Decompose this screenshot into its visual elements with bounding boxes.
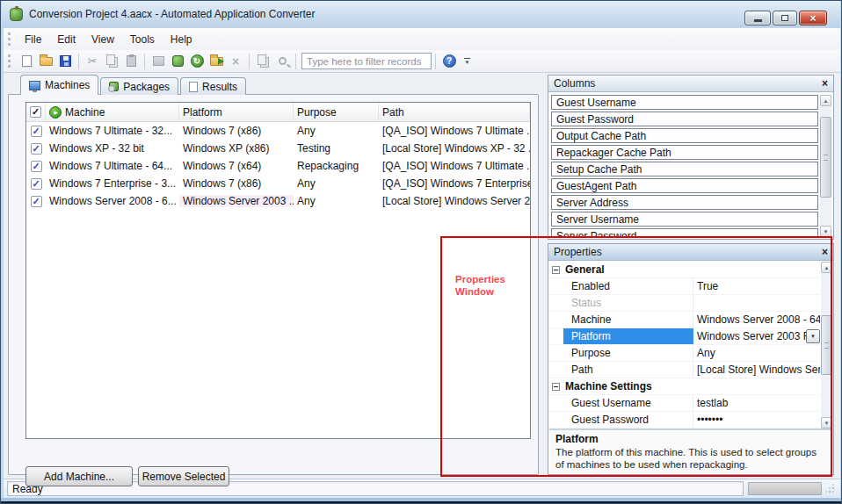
dropdown-button[interactable]: ▼ — [806, 329, 820, 343]
property-row-guest-username[interactable]: Guest Username testlab — [549, 395, 820, 412]
scroll-thumb[interactable] — [821, 315, 832, 375]
menu-file[interactable]: File — [17, 30, 49, 49]
column-header-machine[interactable]: ▶ Machine — [46, 103, 179, 121]
cell-machine[interactable]: Windows 7 Enterprise - 3... — [46, 177, 179, 190]
property-row-purpose[interactable]: Purpose Any — [549, 345, 820, 362]
property-value-combo[interactable]: Windows Server 2003 R ▼ — [693, 328, 820, 344]
select-all-checkbox[interactable]: ✓ — [30, 106, 41, 118]
property-name[interactable]: Enabled — [563, 278, 693, 294]
cell-purpose[interactable]: Testing — [294, 142, 379, 155]
paste-icon[interactable] — [121, 53, 141, 70]
category-row-general[interactable]: General — [549, 262, 820, 278]
tab-results[interactable]: Results — [180, 77, 246, 95]
cell-platform[interactable]: Windows 7 (x86) — [179, 125, 294, 137]
preview-icon[interactable] — [272, 53, 292, 70]
list-item[interactable]: Guest Username — [551, 95, 818, 110]
list-item[interactable]: Repackager Cache Path — [551, 145, 818, 160]
property-row-path[interactable]: Path [Local Store] Windows Ser — [549, 362, 820, 378]
scroll-down-icon[interactable]: ▼ — [821, 417, 832, 428]
cell-path[interactable]: [QA_ISO] Windows 7 Ultimate ... — [379, 125, 530, 137]
column-header-platform[interactable]: Platform — [179, 103, 294, 121]
toolbar-overflow-button[interactable]: ▼ — [464, 58, 470, 65]
cell-platform[interactable]: Windows 7 (x64) — [179, 160, 294, 172]
cell-machine[interactable]: Windows XP - 32 bit — [46, 142, 179, 155]
property-name-selected[interactable]: Platform — [563, 328, 693, 344]
stop-icon[interactable]: × — [226, 53, 245, 70]
table-row[interactable]: ✓ Windows 7 Enterprise - 3... Windows 7 … — [26, 175, 530, 192]
category-row-machine-settings[interactable]: Machine Settings — [549, 378, 820, 395]
menu-edit[interactable]: Edit — [49, 30, 83, 49]
list-item[interactable]: Server Password — [551, 228, 818, 237]
property-name[interactable]: Path — [563, 362, 693, 378]
property-name[interactable]: Purpose — [563, 345, 693, 361]
cell-purpose[interactable]: Any — [294, 195, 379, 207]
property-row-machine[interactable]: Machine Windows Server 2008 - 64 — [549, 312, 820, 328]
menu-tools[interactable]: Tools — [122, 30, 163, 49]
scroll-thumb[interactable] — [820, 117, 831, 198]
cell-path[interactable]: [QA_ISO] Windows 7 Enterprise... — [379, 177, 530, 190]
cell-path[interactable]: [Local Store] Windows Server 2... — [379, 195, 530, 207]
start-conversion-icon[interactable]: ↻ — [187, 53, 207, 70]
properties-panel-header[interactable]: Properties × — [548, 244, 833, 261]
new-project-icon[interactable] — [17, 53, 36, 70]
property-row-enabled[interactable]: Enabled True — [549, 278, 820, 295]
table-row[interactable]: ✓ Windows Server 2008 - 6... Windows Ser… — [26, 192, 530, 210]
property-name[interactable]: Guest Username — [563, 395, 693, 411]
copy-icon[interactable] — [102, 53, 121, 70]
property-row-guest-password[interactable]: Guest Password ••••••• — [549, 412, 820, 428]
close-icon[interactable]: × — [822, 78, 828, 89]
tab-machines[interactable]: Machines — [20, 75, 98, 95]
property-row-platform[interactable]: Platform Windows Server 2003 R ▼ — [549, 328, 820, 345]
property-value[interactable]: Any — [693, 345, 820, 361]
scroll-down-icon[interactable]: ▼ — [820, 226, 831, 237]
menu-help[interactable]: Help — [163, 30, 200, 49]
column-header-purpose[interactable]: Purpose — [294, 103, 379, 121]
cell-machine[interactable]: Windows Server 2008 - 6... — [46, 195, 179, 207]
table-row[interactable]: ✓ Windows 7 Ultimate - 32... Windows 7 (… — [26, 122, 530, 140]
cell-purpose[interactable]: Any — [294, 125, 379, 137]
close-icon[interactable]: × — [822, 247, 828, 257]
property-name[interactable]: Machine — [563, 312, 693, 328]
property-value[interactable]: testlab — [693, 395, 820, 411]
add-machine-button[interactable]: Add Machine... — [25, 466, 133, 486]
row-checkbox[interactable]: ✓ — [31, 161, 42, 172]
cell-platform[interactable]: Windows 7 (x86) — [179, 177, 294, 190]
row-checkbox[interactable]: ✓ — [31, 143, 42, 155]
cell-platform[interactable]: Windows XP (x86) — [179, 142, 294, 155]
cell-platform-selected[interactable]: Windows Server 2003 ... — [179, 195, 294, 207]
export-icon[interactable] — [207, 53, 226, 70]
cell-purpose[interactable]: Repackaging — [294, 160, 379, 172]
row-checkbox[interactable]: ✓ — [31, 196, 42, 207]
restore-button[interactable] — [773, 11, 797, 25]
scroll-up-icon[interactable]: ▲ — [821, 262, 832, 273]
package-tool-icon[interactable] — [168, 53, 187, 70]
save-project-icon[interactable] — [55, 53, 75, 70]
tab-packages[interactable]: Packages — [100, 77, 178, 95]
list-item[interactable]: Server Address — [551, 195, 818, 210]
filter-input[interactable] — [301, 53, 432, 69]
columns-scrollbar[interactable]: ▲ ▼ — [820, 95, 831, 237]
list-item[interactable]: GuestAgent Path — [551, 178, 818, 193]
row-checkbox[interactable]: ✓ — [31, 126, 42, 137]
menu-view[interactable]: View — [83, 30, 122, 49]
resize-grip-icon[interactable] — [826, 485, 835, 493]
minimize-button[interactable] — [744, 11, 771, 25]
scroll-track[interactable] — [820, 106, 831, 226]
table-row[interactable]: ✓ Windows XP - 32 bit Windows XP (x86) T… — [26, 140, 530, 157]
cell-machine[interactable]: Windows 7 Ultimate - 64... — [46, 160, 179, 172]
report-icon[interactable] — [253, 53, 272, 70]
collapse-icon[interactable] — [552, 383, 560, 391]
list-item[interactable]: Setup Cache Path — [551, 162, 818, 176]
cell-purpose[interactable]: Any — [294, 177, 379, 190]
cell-path[interactable]: [QA_ISO] Windows 7 Ultimate ... — [379, 160, 530, 172]
cell-machine[interactable]: Windows 7 Ultimate - 32... — [46, 125, 179, 137]
title-bar[interactable]: Conversion Project 4.aacx - Automated Ap… — [2, 1, 840, 27]
list-item[interactable]: Guest Password — [551, 112, 818, 126]
cell-path[interactable]: [Local Store] Windows XP - 32 ... — [379, 142, 530, 155]
list-item[interactable]: Output Cache Path — [551, 128, 818, 143]
property-value[interactable]: True — [693, 278, 820, 294]
table-row[interactable]: ✓ Windows 7 Ultimate - 64... Windows 7 (… — [26, 157, 530, 175]
collapse-icon[interactable] — [552, 266, 560, 274]
column-header-path[interactable]: Path — [379, 103, 530, 121]
property-value[interactable]: ••••••• — [693, 412, 820, 428]
